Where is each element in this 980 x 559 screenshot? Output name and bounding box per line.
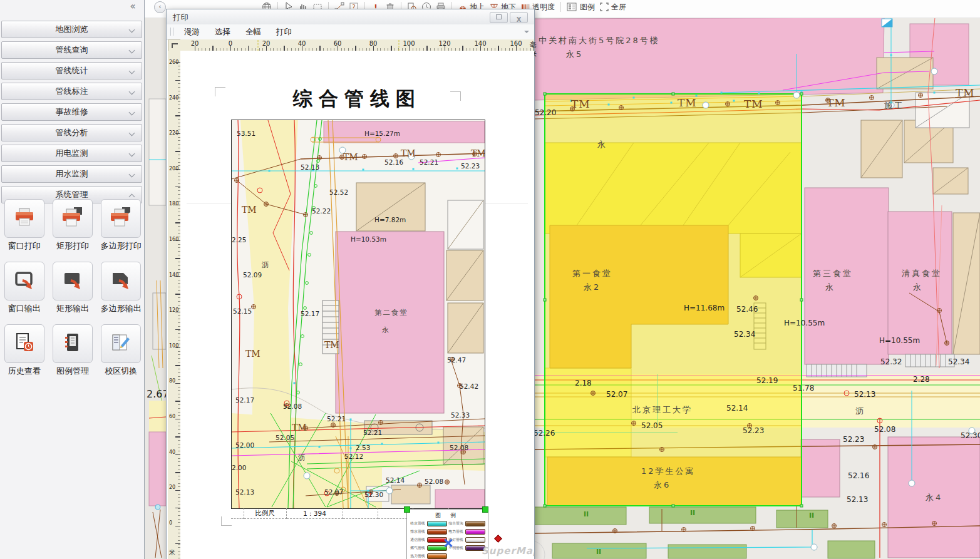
v-ruler-label: 40 [169, 449, 175, 455]
v-ruler-label: 0 [169, 520, 172, 526]
map-label: 52.21 [327, 416, 346, 423]
map-label: 52.34 [948, 358, 969, 366]
map-label: 永 [913, 283, 923, 291]
dialog-titlebar[interactable]: 打印 X [167, 9, 534, 25]
close-button[interactable]: X [510, 12, 528, 23]
legend-column-right: 综合管沟电力管线路灯管线不明管线 [448, 521, 485, 559]
legend-box[interactable]: 图 例 给水管线排水管线通信管线燃气管线热力管线 综合管沟电力管线路灯管线不明管… [406, 509, 488, 559]
map-label: 永 [382, 327, 391, 334]
map-label: 52.33 [451, 412, 470, 419]
menu-items: 漫游选择全幅打印 [184, 24, 292, 39]
sidebar-section-2[interactable]: 管线统计 [1, 62, 142, 79]
panel-collapse-round-button[interactable]: ‹ [154, 1, 166, 13]
legend-entry: 排水管线 [410, 529, 447, 535]
legend-column-left: 给水管线排水管线通信管线燃气管线热力管线 [410, 521, 447, 559]
tool-label: 图例管理 [56, 366, 89, 377]
tool-button-print-rect[interactable]: 矩形打印 [51, 199, 93, 252]
horizontal-ruler: 20020406080100120140160毫米 [180, 39, 534, 51]
map-label: 52.14 [726, 404, 748, 412]
sidebar-section-5[interactable]: 管线分析 [1, 124, 142, 141]
tool-button-history[interactable]: 历史查看 [3, 324, 45, 377]
background-map-sliver[interactable]: 2.67 [144, 18, 166, 559]
margin-corner-mark [450, 91, 461, 101]
legend-entry-label: 排水管线 [410, 529, 425, 534]
toolbar-button-fullscreen[interactable]: 全屏 [599, 2, 626, 13]
map-label: 永5 [566, 50, 583, 58]
menu-item-0[interactable]: 漫游 [184, 27, 200, 38]
sidebar-section-label: 用电监测 [56, 148, 88, 159]
sidebar-section-1[interactable]: 管线查询 [1, 41, 142, 59]
tool-label: 矩形打印 [56, 240, 89, 252]
map-label: 52.42 [460, 383, 478, 390]
map-label: 52.34 [734, 331, 755, 338]
tool-button-export-rect[interactable]: 矩形输出 [51, 262, 93, 314]
map-label: 53.51 [237, 130, 255, 137]
map-label: 52.23 [743, 427, 764, 434]
chevron-down-icon [129, 172, 135, 178]
map-label: 52.14 [386, 477, 405, 484]
maximize-button[interactable] [490, 12, 508, 23]
pipe-tag-label: TM [343, 153, 358, 162]
tool-button-export-poly[interactable]: 多边形输出 [100, 262, 142, 314]
print-preview-page[interactable]: 综合管线图 [180, 51, 534, 559]
toolbar-button-legend-list[interactable]: 图例 [567, 2, 595, 13]
sidebar-section-6[interactable]: 用电监测 [1, 145, 142, 162]
tool-button-print-window[interactable]: 窗口打印 [3, 199, 45, 252]
sidebar-section-4[interactable]: 事故维修 [1, 103, 142, 121]
print-extent-guide [399, 40, 400, 51]
v-ruler-label: 160 [169, 237, 178, 242]
tool-button-legend-book[interactable]: 图例管理 [51, 324, 93, 377]
menu-item-1[interactable]: 选择 [215, 27, 230, 38]
scale-cell [343, 508, 378, 519]
v-ruler-label: 80 [169, 378, 175, 384]
map-label: 第三食堂 [813, 269, 853, 277]
sidebar-section-3[interactable]: 管线标注 [1, 83, 142, 100]
tool-button-export-window[interactable]: 窗口输出 [3, 262, 45, 314]
h-ruler-label: 40 [298, 40, 306, 47]
sidebar-section-7[interactable]: 用水监测 [1, 165, 142, 183]
menu-item-3[interactable]: 打印 [276, 27, 292, 38]
sidebar-collapse-button[interactable]: « [125, 1, 140, 13]
tool-button-campus-switch[interactable]: 校区切换 [100, 324, 142, 377]
map-label: II [690, 510, 695, 516]
fullscreen-icon [599, 2, 609, 12]
watermark: SuperMap [482, 545, 534, 556]
tool-button-print-poly[interactable]: 多边形打印 [100, 199, 142, 252]
overflow-chevron-icon[interactable] [524, 31, 529, 36]
legend-color-swatch [465, 521, 485, 526]
v-ruler-label: 200 [169, 166, 178, 172]
menu-item-2[interactable]: 全幅 [245, 27, 261, 38]
map-label: II [596, 548, 601, 555]
export-rect-icon [53, 262, 93, 300]
map-label: 52.47 [447, 357, 466, 364]
chevron-down-icon [129, 110, 135, 116]
menubar-grip[interactable] [170, 28, 173, 36]
sidebar-section-label: 事故维修 [56, 106, 88, 118]
sidebar-section-label: 用水监测 [56, 168, 88, 180]
legend-color-swatch [465, 529, 485, 535]
legend-entry-label: 综合管沟 [448, 521, 463, 526]
map-label: 52.46 [736, 305, 758, 313]
legend-color-swatch [465, 537, 485, 543]
map-label: 永 [597, 140, 607, 148]
map-label: 52.13 [301, 164, 319, 171]
legend-entry-label: 电力管线 [448, 529, 463, 534]
legend-entry-label: 通信管线 [410, 537, 425, 542]
legend-entry: 综合管沟 [448, 521, 485, 526]
pipe-tag-label: TM [324, 341, 339, 349]
map-label: 永4 [926, 493, 942, 501]
print-window-icon [4, 199, 44, 238]
pipe-tag-label: TM [827, 98, 846, 108]
map-label: 52.00 [235, 442, 254, 449]
selection-handle[interactable] [482, 506, 488, 513]
main-map-view[interactable]: 中关村南大街5号院28号楼永552.20TMTMTMTMTM施工永第一食堂永2H… [534, 18, 980, 559]
sidebar-section-0[interactable]: 地图浏览 [1, 21, 142, 38]
map-label: 第二食堂 [374, 309, 408, 317]
legend-entry-label: 给水管线 [410, 521, 425, 526]
history-icon [4, 324, 44, 363]
selection-handle[interactable] [404, 506, 410, 513]
export-window-icon [4, 262, 44, 300]
map-label: 52.23 [461, 163, 480, 170]
map-label: 2.18 [575, 379, 592, 387]
chevron-down-icon [129, 130, 135, 136]
